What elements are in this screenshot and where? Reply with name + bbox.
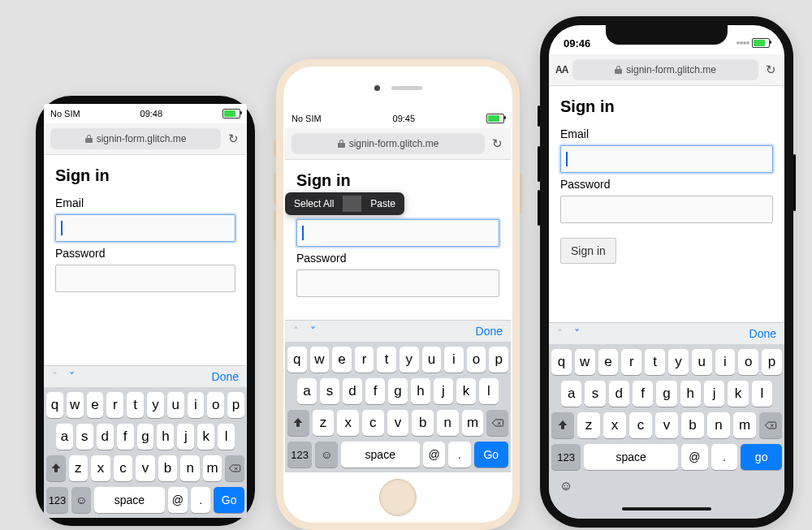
key-w[interactable]: w (67, 392, 84, 418)
email-field[interactable] (296, 219, 499, 247)
key-e[interactable]: e (332, 347, 352, 373)
key-t[interactable]: t (377, 347, 396, 373)
key-t[interactable]: t (127, 392, 144, 418)
delete-key[interactable] (225, 455, 244, 481)
key-z[interactable]: z (313, 410, 335, 436)
email-field[interactable] (560, 145, 773, 173)
key-y[interactable]: y (400, 347, 419, 373)
keyboard-done-button[interactable]: Done (749, 327, 776, 340)
key-a[interactable]: a (561, 381, 581, 407)
key-m[interactable]: m (462, 410, 484, 436)
at-key[interactable]: @ (168, 487, 188, 513)
key-o[interactable]: o (738, 349, 758, 375)
key-r[interactable]: r (355, 347, 374, 373)
password-field[interactable] (560, 196, 773, 223)
key-d[interactable]: d (609, 381, 629, 407)
key-c[interactable]: c (362, 410, 384, 436)
key-i[interactable]: i (715, 349, 736, 375)
key-w[interactable]: w (575, 349, 595, 375)
key-m[interactable]: m (733, 412, 756, 438)
key-d[interactable]: d (97, 424, 114, 450)
space-key[interactable]: space (584, 444, 678, 470)
key-r[interactable]: r (621, 349, 641, 375)
shift-key[interactable] (46, 455, 66, 481)
at-key[interactable]: @ (423, 442, 445, 468)
key-l[interactable]: l (479, 378, 499, 404)
at-key[interactable]: @ (681, 444, 708, 470)
emoji-key[interactable]: ☺ (559, 479, 572, 493)
key-n[interactable]: n (180, 455, 200, 481)
key-e[interactable]: e (87, 392, 104, 418)
shift-key[interactable] (551, 412, 574, 438)
key-f[interactable]: f (365, 378, 385, 404)
prev-field-chevron-icon[interactable]: ˄ (557, 327, 563, 340)
key-n[interactable]: n (437, 410, 459, 436)
key-p[interactable]: p (489, 347, 508, 373)
key-y[interactable]: y (147, 392, 164, 418)
prev-field-chevron-icon[interactable]: ˄ (52, 370, 58, 383)
context-select-all[interactable]: Select All (285, 192, 343, 215)
key-g[interactable]: g (137, 424, 154, 450)
home-indicator[interactable] (622, 507, 711, 511)
key-p[interactable]: p (227, 392, 244, 418)
url-field[interactable]: signin-form.glitch.me (292, 133, 485, 154)
key-q[interactable]: q (551, 349, 572, 375)
key-y[interactable]: y (668, 349, 689, 375)
keyboard-done-button[interactable]: Done (476, 325, 503, 338)
key-g[interactable]: g (656, 381, 676, 407)
next-field-chevron-icon[interactable]: ˅ (310, 325, 316, 338)
key-u[interactable]: u (422, 347, 442, 373)
key-q[interactable]: q (287, 347, 307, 373)
key-o[interactable]: o (467, 347, 486, 373)
key-q[interactable]: q (46, 392, 63, 418)
emoji-key[interactable]: ☺ (315, 442, 337, 468)
context-paste[interactable]: Paste (361, 192, 404, 215)
key-j[interactable]: j (177, 424, 194, 450)
key-z[interactable]: z (577, 412, 600, 438)
key-h[interactable]: h (680, 381, 701, 407)
key-w[interactable]: w (310, 347, 330, 373)
key-b[interactable]: b (158, 455, 178, 481)
text-size-button[interactable]: AA (555, 64, 568, 75)
key-u[interactable]: u (692, 349, 712, 375)
prev-field-chevron-icon[interactable]: ˄ (293, 325, 299, 338)
home-button[interactable] (379, 479, 417, 516)
key-a[interactable]: a (56, 424, 73, 450)
key-u[interactable]: u (167, 392, 184, 418)
go-key[interactable]: Go (474, 442, 509, 468)
password-field[interactable] (296, 269, 499, 297)
space-key[interactable]: space (341, 442, 420, 468)
key-b[interactable]: b (681, 412, 704, 438)
go-key[interactable]: go (741, 444, 782, 470)
next-field-chevron-icon[interactable]: ˅ (574, 327, 580, 340)
emoji-key[interactable]: ☺ (71, 487, 91, 513)
key-b[interactable]: b (412, 410, 434, 436)
key-i[interactable]: i (188, 392, 205, 418)
next-field-chevron-icon[interactable]: ˅ (69, 370, 75, 383)
key-z[interactable]: z (69, 455, 89, 481)
delete-key[interactable] (759, 412, 782, 438)
key-i[interactable]: i (444, 347, 464, 373)
number-key[interactable]: 123 (46, 487, 68, 513)
shift-key[interactable] (287, 410, 309, 436)
key-j[interactable]: j (434, 378, 453, 404)
key-x[interactable]: x (603, 412, 626, 438)
dot-key[interactable]: . (448, 442, 470, 468)
reload-icon[interactable]: ↻ (763, 62, 778, 77)
key-h[interactable]: h (411, 378, 430, 404)
key-g[interactable]: g (388, 378, 408, 404)
key-c[interactable]: c (629, 412, 652, 438)
key-p[interactable]: p (762, 349, 782, 375)
delete-key[interactable] (486, 410, 508, 436)
key-f[interactable]: f (117, 424, 134, 450)
key-s[interactable]: s (585, 381, 605, 407)
key-j[interactable]: j (704, 381, 724, 407)
go-key[interactable]: Go (214, 487, 244, 513)
key-c[interactable]: c (114, 455, 133, 481)
key-l[interactable]: l (218, 424, 235, 450)
password-field[interactable] (55, 265, 235, 292)
key-n[interactable]: n (707, 412, 730, 438)
key-e[interactable]: e (598, 349, 619, 375)
keyboard-done-button[interactable]: Done (212, 370, 239, 383)
key-f[interactable]: f (633, 381, 653, 407)
